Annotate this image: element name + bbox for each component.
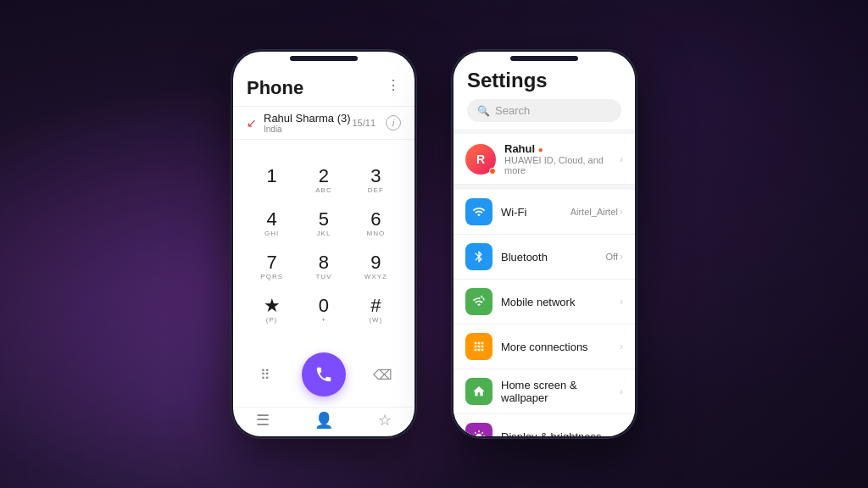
- dial-key-3[interactable]: 3 DEF: [351, 160, 401, 202]
- dial-key-number: 2: [319, 167, 329, 186]
- profile-sub: HUAWEI ID, Cloud, and more: [504, 155, 620, 175]
- search-placeholder: Search: [495, 104, 530, 117]
- dial-key-number: 7: [267, 253, 277, 272]
- mobile-icon-wrap: [465, 288, 492, 315]
- settings-item-bluetooth[interactable]: Bluetooth Off ›: [453, 235, 635, 280]
- dial-key-letters: DEF: [368, 186, 384, 195]
- info-button[interactable]: i: [386, 115, 401, 130]
- dial-key-number: 4: [267, 210, 277, 229]
- missed-call-icon: ↙: [247, 116, 257, 130]
- recent-call-left: ↙ Rahul Sharma (3) India: [247, 112, 351, 134]
- caller-name: Rahul Sharma (3): [264, 112, 351, 125]
- dial-key-5[interactable]: 5 JKL: [298, 203, 348, 245]
- dial-key-6[interactable]: 6 MNO: [351, 203, 401, 245]
- bluetooth-chevron: ›: [620, 251, 623, 263]
- settings-item-value-bluetooth: Off: [606, 252, 618, 262]
- caller-location: India: [264, 125, 351, 134]
- recents-nav-icon[interactable]: ☰: [256, 411, 270, 430]
- dial-key-2[interactable]: 2 ABC: [298, 160, 348, 202]
- dial-key-number: 1: [267, 167, 277, 186]
- mobile-right: ›: [620, 296, 623, 308]
- dial-key-letters: JKL: [317, 230, 331, 238]
- dial-key-4[interactable]: 4 GHI: [247, 203, 297, 245]
- dialer-nav: ☰ 👤 ☆: [233, 407, 415, 436]
- dial-key-0[interactable]: 0 +: [298, 290, 348, 331]
- search-bar[interactable]: 🔍 Search: [467, 99, 621, 122]
- wifi-icon-wrap: [465, 198, 492, 225]
- wifi-label: Wi-Fi: [501, 206, 570, 219]
- dial-key-9[interactable]: 9 WXYZ: [351, 247, 401, 288]
- wifi-right: Airtel_Airtel ›: [570, 206, 623, 218]
- bluetooth-right: Off ›: [606, 251, 623, 263]
- dial-key-number: 9: [370, 253, 381, 272]
- settings-list: R Rahul ● HUAWEI ID, Cloud, and more ›: [453, 129, 635, 436]
- dial-key-number: 6: [370, 210, 381, 229]
- phones-container: Phone ⋮ ↙ Rahul Sharma (3) India 15/11: [231, 49, 637, 439]
- mobile-chevron: ›: [620, 296, 623, 308]
- recent-call-item[interactable]: ↙ Rahul Sharma (3) India 15/11 i: [233, 106, 415, 140]
- dial-key-letters: TUV: [315, 273, 331, 281]
- dialpad-grid: 1 2 ABC 3 DEF 4 GHI 5 JKL 6 MNO 7 PQRS 8…: [247, 160, 401, 331]
- dial-key-letters: WXYZ: [364, 273, 387, 281]
- dial-key-letters: MNO: [366, 230, 385, 238]
- display-right: ›: [620, 430, 623, 436]
- settings-item-value-wifi: Airtel_Airtel: [570, 207, 618, 217]
- dial-key-letters: (P): [266, 316, 278, 324]
- dial-key-★[interactable]: ★ (P): [247, 290, 297, 331]
- display-chevron: ›: [620, 430, 623, 436]
- profile-chevron: ›: [620, 153, 623, 165]
- dialer-header: Phone ⋮: [233, 69, 415, 106]
- delete-button[interactable]: ⌫: [367, 359, 398, 390]
- dial-key-number: #: [370, 297, 381, 315]
- profile-name: Rahul ●: [504, 142, 620, 155]
- settings-item-wifi[interactable]: Wi-Fi Airtel_Airtel ›: [453, 190, 635, 235]
- settings-item-mobile[interactable]: Mobile network ›: [453, 280, 635, 324]
- dialer-screen: Phone ⋮ ↙ Rahul Sharma (3) India 15/11: [233, 52, 415, 436]
- homescreen-icon-wrap: [465, 378, 492, 405]
- connections-label: More connections: [501, 341, 620, 353]
- settings-items: Wi-Fi Airtel_Airtel › Bluetooth Off › Mo…: [453, 190, 635, 436]
- phone-1-frame: Phone ⋮ ↙ Rahul Sharma (3) India 15/11: [231, 49, 417, 439]
- dial-key-1[interactable]: 1: [247, 160, 297, 202]
- profile-info: Rahul ● HUAWEI ID, Cloud, and more: [504, 142, 620, 175]
- settings-item-homescreen[interactable]: Home screen & wallpaper ›: [453, 369, 635, 414]
- favorites-nav-icon[interactable]: ☆: [378, 411, 392, 430]
- menu-icon[interactable]: ⋮: [387, 77, 401, 93]
- dial-key-number: 3: [370, 167, 381, 186]
- settings-screen: Settings 🔍 Search R: [453, 52, 635, 436]
- connections-right: ›: [620, 341, 623, 352]
- connections-content: More connections: [501, 341, 620, 353]
- call-meta: 15/11 i: [352, 115, 401, 130]
- chevron-icon: ›: [620, 153, 623, 165]
- display-content: Display & brightness: [501, 430, 620, 437]
- dial-key-letters: (W): [369, 316, 382, 324]
- phone-1-screen: Phone ⋮ ↙ Rahul Sharma (3) India 15/11: [233, 52, 415, 436]
- display-icon-wrap: [465, 423, 492, 436]
- settings-item-connections[interactable]: More connections ›: [453, 324, 635, 369]
- dial-key-#[interactable]: # (W): [351, 290, 401, 331]
- dial-key-letters: ABC: [315, 186, 331, 195]
- settings-header: Settings 🔍 Search: [453, 52, 635, 129]
- wifi-chevron: ›: [620, 206, 623, 218]
- connections-icon-wrap: [465, 333, 492, 360]
- dial-key-number: 0: [319, 297, 329, 315]
- dial-key-8[interactable]: 8 TUV: [298, 247, 348, 288]
- grid-button[interactable]: ⠿: [250, 359, 281, 390]
- mobile-label: Mobile network: [501, 296, 620, 308]
- dialpad: 1 2 ABC 3 DEF 4 GHI 5 JKL 6 MNO 7 PQRS 8…: [233, 140, 415, 347]
- settings-item-display[interactable]: Display & brightness ›: [453, 414, 635, 436]
- call-button[interactable]: [302, 352, 346, 396]
- homescreen-right: ›: [620, 385, 623, 397]
- homescreen-chevron: ›: [620, 385, 623, 397]
- dial-key-number: ★: [264, 297, 281, 315]
- phone-2-frame: Settings 🔍 Search R: [451, 49, 637, 439]
- dial-key-7[interactable]: 7 PQRS: [247, 247, 297, 288]
- dial-key-letters: PQRS: [260, 273, 283, 281]
- dial-key-number: 8: [319, 253, 329, 272]
- connections-chevron: ›: [620, 341, 623, 352]
- notification-dot: ●: [538, 145, 543, 154]
- dialer-title: Phone: [247, 77, 303, 99]
- contacts-nav-icon[interactable]: 👤: [314, 411, 333, 430]
- profile-item[interactable]: R Rahul ● HUAWEI ID, Cloud, and more ›: [453, 134, 635, 185]
- search-icon: 🔍: [477, 105, 490, 117]
